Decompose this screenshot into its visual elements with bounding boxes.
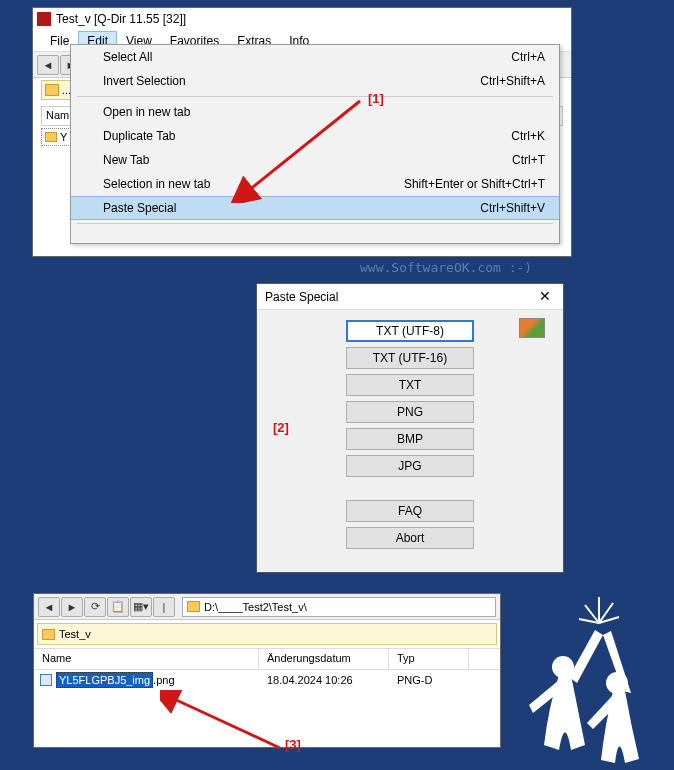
watermark-text: www.SoftwareOK.com :-): [360, 260, 532, 275]
edit-dropdown-menu: Select All Ctrl+A Invert Selection Ctrl+…: [70, 44, 560, 244]
svg-line-5: [599, 603, 613, 623]
annotation-label-1: [1]: [368, 91, 384, 106]
svg-line-4: [585, 605, 599, 623]
breadcrumb-bar[interactable]: Test_v: [37, 623, 497, 645]
option-bmp[interactable]: BMP: [346, 428, 474, 450]
image-file-icon: [40, 674, 52, 686]
menu-new-tab[interactable]: New Tab Ctrl+T: [71, 148, 559, 172]
menu-invert-selection[interactable]: Invert Selection Ctrl+Shift+A: [71, 69, 559, 93]
option-txt-utf8[interactable]: TXT (UTF-8): [346, 320, 474, 342]
col-name[interactable]: Name: [34, 649, 259, 669]
option-png[interactable]: PNG: [346, 401, 474, 423]
filename-edit-selected[interactable]: YL5FLGPBJ5_img: [56, 672, 153, 688]
option-txt-utf16[interactable]: TXT (UTF-16): [346, 347, 474, 369]
file-date: 18.04.2024 10:26: [259, 674, 389, 686]
option-jpg[interactable]: JPG: [346, 455, 474, 477]
paste-special-dialog: Paste Special ✕ TXT (UTF-8) TXT (UTF-16)…: [256, 283, 564, 573]
back-button[interactable]: ◄: [38, 597, 60, 617]
view-button[interactable]: ▦▾: [130, 597, 152, 617]
separator: [77, 96, 553, 97]
forward-button[interactable]: ►: [61, 597, 83, 617]
svg-line-8: [599, 617, 619, 623]
annotation-label-2: [2]: [273, 420, 289, 435]
separator: [77, 223, 553, 224]
decorative-figures: [499, 575, 669, 765]
filename-ext: .png: [153, 674, 174, 686]
back-button[interactable]: ◄: [37, 55, 59, 75]
folder-icon: [45, 84, 59, 96]
file-row[interactable]: YL5FLGPBJ5_img.png 18.04.2024 10:26 PNG-…: [34, 670, 500, 690]
preview-thumbnail-icon: [519, 318, 545, 338]
menu-select-all[interactable]: Select All Ctrl+A: [71, 45, 559, 69]
address-bar[interactable]: D:\____Test2\Test_v\: [182, 597, 496, 617]
folder-icon: [45, 132, 57, 142]
file-type: PNG-D: [389, 674, 469, 686]
menu-open-new-tab[interactable]: Open in new tab: [71, 100, 559, 124]
svg-point-3: [606, 672, 628, 694]
col-type[interactable]: Typ: [389, 649, 469, 669]
app-icon: [37, 12, 51, 26]
dialog-title: Paste Special: [265, 290, 338, 304]
abort-button[interactable]: Abort: [346, 527, 474, 549]
window-title: Test_v [Q-Dir 11.55 [32]]: [56, 12, 186, 26]
menu-cut-partial: [71, 227, 559, 243]
folder-icon: [187, 601, 200, 612]
menu-selection-new-tab[interactable]: Selection in new tab Shift+Enter or Shif…: [71, 172, 559, 196]
explorer-pane: ◄ ► ⟳ 📋 ▦▾ | D:\____Test2\Test_v\ Test_v…: [33, 593, 501, 748]
col-date[interactable]: Änderungsdatum: [259, 649, 389, 669]
faq-button[interactable]: FAQ: [346, 500, 474, 522]
menu-duplicate-tab[interactable]: Duplicate Tab Ctrl+K: [71, 124, 559, 148]
paste-button[interactable]: 📋: [107, 597, 129, 617]
menu-paste-special[interactable]: Paste Special Ctrl+Shift+V: [71, 196, 559, 220]
titlebar: Test_v [Q-Dir 11.55 [32]]: [33, 8, 571, 30]
close-button[interactable]: ✕: [535, 288, 555, 306]
svg-line-7: [579, 619, 599, 623]
svg-point-2: [552, 656, 574, 678]
annotation-label-3: [3]: [285, 737, 301, 752]
refresh-button[interactable]: ⟳: [84, 597, 106, 617]
sep-icon: |: [153, 597, 175, 617]
dialog-titlebar: Paste Special ✕: [257, 284, 563, 310]
column-headers: Name Änderungsdatum Typ: [34, 648, 500, 670]
explorer-toolbar: ◄ ► ⟳ 📋 ▦▾ | D:\____Test2\Test_v\: [34, 594, 500, 620]
option-txt[interactable]: TXT: [346, 374, 474, 396]
folder-icon: [42, 629, 55, 640]
